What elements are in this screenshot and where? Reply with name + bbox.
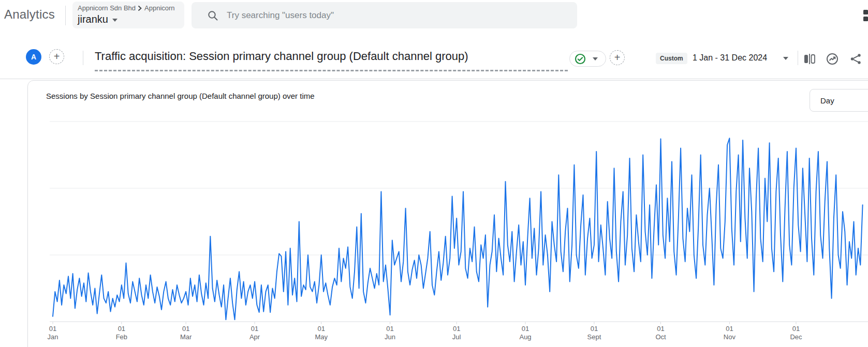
- breadcrumb-org: Appnicorn Sdn Bhd: [78, 4, 136, 12]
- content-divider: [0, 79, 868, 79]
- svg-text:Aug: Aug: [519, 333, 531, 341]
- avatar-letter: A: [31, 53, 36, 61]
- svg-text:Jun: Jun: [385, 333, 395, 341]
- date-range-custom-badge: Custom: [656, 53, 687, 64]
- add-report-item-button[interactable]: +: [610, 50, 625, 65]
- svg-text:Jan: Jan: [48, 333, 58, 341]
- svg-text:01: 01: [386, 325, 393, 333]
- share-button[interactable]: [849, 52, 862, 66]
- insights-button[interactable]: [826, 52, 839, 66]
- svg-text:01: 01: [317, 325, 325, 333]
- property-selector[interactable]: jiranku: [78, 13, 117, 25]
- plus-icon: +: [614, 52, 621, 64]
- comparisons-icon: [803, 52, 816, 66]
- report-title[interactable]: Traffic acquisition: Session primary cha…: [95, 50, 468, 63]
- report-title-underline: [95, 70, 568, 71]
- svg-text:Dec: Dec: [790, 333, 802, 341]
- analytics-logo: Analytics: [4, 7, 55, 22]
- header-divider: [65, 6, 66, 25]
- check-circle-icon: [574, 53, 586, 65]
- share-icon: [849, 52, 862, 66]
- apps-grid-dot: [863, 10, 868, 14]
- chevron-down-icon: [593, 57, 598, 61]
- svg-text:Jul: Jul: [452, 333, 461, 341]
- svg-text:01: 01: [118, 325, 125, 333]
- add-comparison-button[interactable]: +: [49, 49, 64, 64]
- chart-title: Sessions by Session primary channel grou…: [46, 92, 315, 100]
- granularity-value: Day: [820, 96, 834, 105]
- svg-text:01: 01: [251, 325, 258, 333]
- svg-text:01: 01: [792, 325, 800, 333]
- apps-grid-icon-partial[interactable]: [863, 10, 868, 21]
- search-input[interactable]: [226, 10, 549, 21]
- report-header-divider: [83, 51, 83, 65]
- search-icon: [207, 10, 218, 21]
- line-chart-svg: 01Jan01Feb01Mar01Apr01May01Jun01Jul01Aug…: [28, 109, 868, 347]
- svg-text:01: 01: [453, 325, 460, 333]
- svg-text:May: May: [315, 333, 328, 341]
- plus-icon: +: [54, 51, 60, 63]
- svg-text:01: 01: [522, 325, 529, 333]
- svg-text:Mar: Mar: [180, 333, 192, 341]
- sessions-over-time-card: Sessions by Session primary channel grou…: [27, 80, 868, 347]
- sessions-line-chart[interactable]: 01Jan01Feb01Mar01Apr01May01Jun01Jul01Aug…: [28, 109, 868, 347]
- date-range-label[interactable]: 1 Jan - 31 Dec 2024: [693, 53, 767, 63]
- property-name: jiranku: [78, 13, 108, 25]
- svg-text:01: 01: [726, 325, 733, 333]
- svg-text:01: 01: [591, 325, 598, 333]
- svg-text:01: 01: [182, 325, 189, 333]
- report-variant-chip-a[interactable]: A: [26, 49, 41, 65]
- breadcrumb-account: Appnicorn: [144, 4, 175, 12]
- svg-text:Sept: Sept: [587, 333, 601, 341]
- svg-text:Oct: Oct: [655, 333, 666, 341]
- breadcrumb: Appnicorn Sdn Bhd Appnicorn: [78, 4, 175, 12]
- chevron-right-icon: [138, 5, 142, 11]
- edit-comparisons-button[interactable]: [803, 52, 816, 66]
- account-property-switcher[interactable]: Appnicorn Sdn Bhd Appnicorn jiranku: [72, 2, 184, 28]
- insights-icon: [826, 52, 839, 66]
- toolbar-divider: [798, 51, 798, 65]
- chevron-down-icon: [112, 19, 117, 22]
- svg-text:01: 01: [49, 325, 56, 333]
- report-saved-state-button[interactable]: [569, 51, 606, 67]
- svg-text:01: 01: [657, 325, 664, 333]
- svg-text:Nov: Nov: [724, 333, 736, 341]
- chevron-down-icon[interactable]: [783, 57, 788, 60]
- global-search[interactable]: [192, 2, 577, 28]
- svg-text:Feb: Feb: [116, 333, 127, 341]
- apps-grid-dot: [863, 17, 868, 21]
- granularity-select[interactable]: Day: [810, 89, 868, 112]
- svg-text:Apr: Apr: [249, 333, 260, 341]
